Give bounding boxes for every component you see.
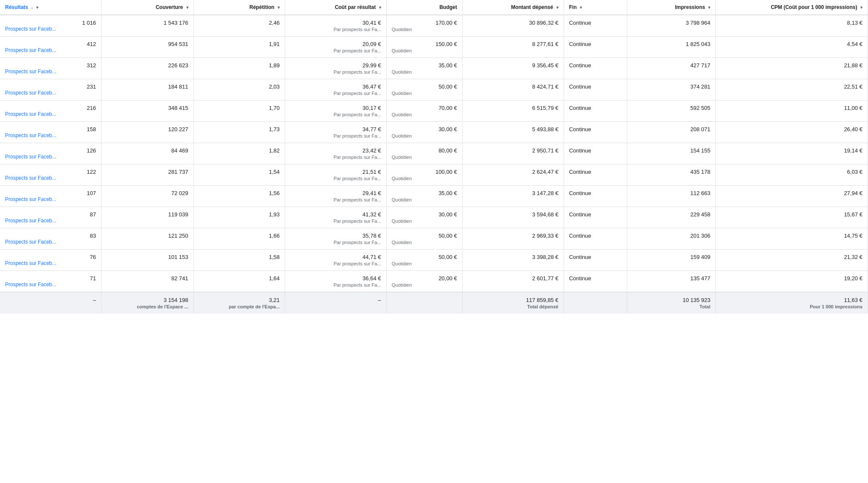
cell-cpm-4: 11,00 € bbox=[716, 101, 868, 122]
cell-montant-9: 3 594,68 € bbox=[463, 207, 564, 228]
cout-sub-7: Par prospects sur Fa... bbox=[290, 176, 381, 181]
cell-cout-0: 30,41 € Par prospects sur Fa... bbox=[285, 15, 387, 37]
cell-cpm-5: 26,40 € bbox=[716, 122, 868, 143]
col-header-resultats[interactable]: Résultats ↓ ▾ bbox=[0, 0, 101, 15]
montant-filter-icon[interactable]: ▾ bbox=[556, 5, 558, 10]
table-row: 71 Prospects sur Faceb... 82 741 1,64 36… bbox=[0, 271, 868, 293]
cpm-value-4: 11,00 € bbox=[721, 105, 862, 111]
resultats-link-9[interactable]: Prospects sur Faceb... bbox=[5, 218, 69, 224]
cell-impressions-1: 1 825 043 bbox=[627, 37, 716, 58]
col-header-repetition[interactable]: Répétition ▾ bbox=[194, 0, 285, 15]
table-row: 216 Prospects sur Faceb... 348 415 1,70 … bbox=[0, 101, 868, 122]
cell-fin-6: Continue bbox=[564, 143, 627, 164]
cell-montant-12: 2 601,77 € bbox=[463, 271, 564, 293]
cell-impressions-3: 374 281 bbox=[627, 79, 716, 101]
col-header-cpm[interactable]: CPM (Coût pour 1 000 impressions) ▾ bbox=[716, 0, 868, 15]
cell-impressions-8: 112 663 bbox=[627, 186, 716, 207]
cpm-value-10: 14,75 € bbox=[721, 233, 862, 239]
footer-impressions: 10 135 923 Total bbox=[627, 292, 716, 313]
cell-budget-11: 50,00 € Quotidien bbox=[386, 250, 462, 271]
budget-value-8: 35,00 € bbox=[392, 190, 457, 196]
repetition-value-8: 1,56 bbox=[199, 190, 280, 196]
header-row: Résultats ↓ ▾ Couverture ▾ Répétition ▾ … bbox=[0, 0, 868, 15]
cell-impressions-6: 154 155 bbox=[627, 143, 716, 164]
cell-montant-2: 9 356,45 € bbox=[463, 58, 564, 79]
cell-cout-8: 29,41 € Par prospects sur Fa... bbox=[285, 186, 387, 207]
fin-filter-icon[interactable]: ▾ bbox=[580, 5, 582, 10]
cout-value-12: 36,64 € bbox=[290, 275, 381, 282]
resultats-link-12[interactable]: Prospects sur Faceb... bbox=[5, 282, 69, 288]
impressions-value-10: 201 306 bbox=[632, 233, 710, 239]
cell-budget-8: 35,00 € Quotidien bbox=[386, 186, 462, 207]
col-header-impressions[interactable]: Impressions ▾ bbox=[627, 0, 716, 15]
cout-value-2: 29,99 € bbox=[290, 62, 381, 69]
col-header-couverture[interactable]: Couverture ▾ bbox=[101, 0, 194, 15]
footer-montant: 117 859,85 € Total dépensé bbox=[463, 292, 564, 313]
resultats-link-7[interactable]: Prospects sur Faceb... bbox=[5, 175, 69, 181]
budget-sub-7: Quotidien bbox=[392, 176, 457, 181]
table-row: 231 Prospects sur Faceb... 184 811 2,03 … bbox=[0, 79, 868, 101]
repetition-filter-icon[interactable]: ▾ bbox=[278, 5, 280, 10]
cell-repetition-7: 1,54 bbox=[194, 164, 285, 186]
cell-couverture-12: 82 741 bbox=[101, 271, 194, 293]
resultats-link-4[interactable]: Prospects sur Faceb... bbox=[5, 111, 69, 117]
resultats-link-2[interactable]: Prospects sur Faceb... bbox=[5, 69, 69, 75]
cout-sub-12: Par prospects sur Fa... bbox=[290, 282, 381, 288]
cell-budget-3: 50,00 € Quotidien bbox=[386, 79, 462, 101]
col-header-fin[interactable]: Fin ▾ bbox=[564, 0, 627, 15]
cout-filter-icon[interactable]: ▾ bbox=[379, 5, 381, 10]
budget-value-9: 30,00 € bbox=[392, 211, 457, 218]
montant-value-7: 2 624,47 € bbox=[468, 169, 558, 175]
budget-sub-0: Quotidien bbox=[392, 27, 457, 32]
impressions-value-3: 374 281 bbox=[632, 83, 710, 90]
col-header-montant[interactable]: Montant dépensé ▾ bbox=[463, 0, 564, 15]
footer-resultats: – bbox=[0, 292, 101, 313]
resultats-link-10[interactable]: Prospects sur Faceb... bbox=[5, 239, 69, 245]
cell-repetition-4: 1,70 bbox=[194, 101, 285, 122]
repetition-value-3: 2,03 bbox=[199, 83, 280, 90]
resultats-link-0[interactable]: Prospects sur Faceb... bbox=[5, 26, 69, 32]
budget-value-12: 20,00 € bbox=[392, 275, 457, 282]
cpm-value-2: 21,88 € bbox=[721, 62, 862, 69]
resultats-link-5[interactable]: Prospects sur Faceb... bbox=[5, 132, 69, 138]
cell-repetition-10: 1,66 bbox=[194, 228, 285, 250]
cell-budget-4: 70,00 € Quotidien bbox=[386, 101, 462, 122]
impressions-filter-icon[interactable]: ▾ bbox=[708, 5, 710, 10]
cell-budget-0: 170,00 € Quotidien bbox=[386, 15, 462, 37]
cell-cpm-2: 21,88 € bbox=[716, 58, 868, 79]
col-header-budget[interactable]: Budget bbox=[386, 0, 462, 15]
footer-resultats-value: – bbox=[5, 297, 96, 303]
cell-fin-2: Continue bbox=[564, 58, 627, 79]
cell-resultats-6: 126 Prospects sur Faceb... bbox=[0, 143, 101, 164]
resultats-filter-icon[interactable]: ▾ bbox=[36, 5, 38, 10]
impressions-value-2: 427 717 bbox=[632, 62, 710, 69]
montant-value-3: 8 424,71 € bbox=[468, 83, 558, 90]
cell-cout-10: 35,78 € Par prospects sur Fa... bbox=[285, 228, 387, 250]
resultats-link-1[interactable]: Prospects sur Faceb... bbox=[5, 47, 69, 53]
couverture-value-6: 84 469 bbox=[107, 147, 188, 154]
couverture-value-11: 101 153 bbox=[107, 254, 188, 260]
resultats-link-11[interactable]: Prospects sur Faceb... bbox=[5, 260, 69, 266]
cpm-value-0: 8,13 € bbox=[721, 20, 862, 26]
couverture-value-3: 184 811 bbox=[107, 83, 188, 90]
cell-resultats-0: 1 016 Prospects sur Faceb... bbox=[0, 15, 101, 37]
footer-budget bbox=[386, 292, 462, 313]
cell-couverture-6: 84 469 bbox=[101, 143, 194, 164]
col-header-cout[interactable]: Coût par résultat ▾ bbox=[285, 0, 387, 15]
impressions-value-8: 112 663 bbox=[632, 190, 710, 196]
resultats-link-3[interactable]: Prospects sur Faceb... bbox=[5, 90, 69, 96]
repetition-value-5: 1,73 bbox=[199, 126, 280, 132]
couverture-filter-icon[interactable]: ▾ bbox=[186, 5, 188, 10]
resultats-link-8[interactable]: Prospects sur Faceb... bbox=[5, 196, 69, 202]
footer-montant-sub: Total dépensé bbox=[468, 304, 558, 309]
cpm-value-12: 19,20 € bbox=[721, 275, 862, 282]
cpm-filter-icon[interactable]: ▾ bbox=[860, 5, 862, 10]
footer-repetition-value: 3,21 bbox=[199, 297, 280, 303]
resultats-sort-link[interactable]: Résultats ↓ bbox=[5, 4, 33, 10]
cell-cpm-3: 22,51 € bbox=[716, 79, 868, 101]
cell-fin-1: Continue bbox=[564, 37, 627, 58]
table-row: 76 Prospects sur Faceb... 101 153 1,58 4… bbox=[0, 250, 868, 271]
cell-repetition-5: 1,73 bbox=[194, 122, 285, 143]
cell-repetition-3: 2,03 bbox=[194, 79, 285, 101]
resultats-link-6[interactable]: Prospects sur Faceb... bbox=[5, 154, 69, 160]
